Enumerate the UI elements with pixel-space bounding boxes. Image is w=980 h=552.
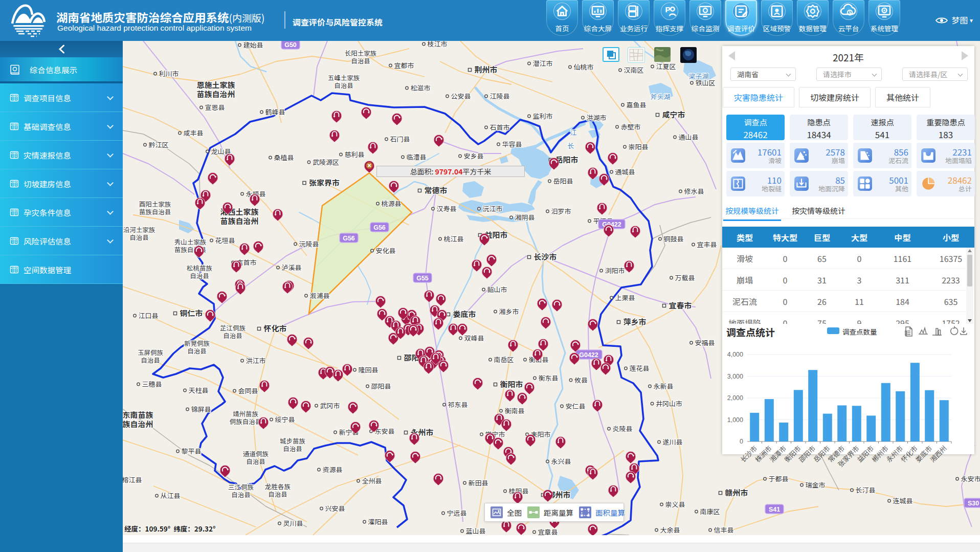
- svg-text:长汀县: 长汀县: [855, 485, 875, 495]
- svg-text:资源县: 资源县: [322, 465, 342, 474]
- svg-text:龙胜各族自治县: 龙胜各族自治县: [265, 481, 291, 499]
- svg-text:常德市: 常德市: [424, 185, 447, 195]
- svg-text:安仁县: 安仁县: [565, 401, 585, 411]
- svg-text:连城县: 连城县: [893, 496, 912, 505]
- svg-text:衡南县: 衡南县: [504, 406, 524, 415]
- svg-text:通城县: 通城县: [615, 167, 635, 176]
- svg-text:蓝山县: 蓝山县: [465, 526, 485, 536]
- svg-text:G56: G56: [373, 224, 386, 231]
- svg-text:宣恩县: 宣恩县: [205, 102, 225, 112]
- svg-text:玉屏侗族自治县: 玉屏侗族自治县: [138, 347, 164, 365]
- svg-text:洪江市: 洪江市: [246, 356, 265, 365]
- svg-text:邵阳县: 邵阳县: [371, 381, 391, 391]
- svg-text:仙桃市: 仙桃市: [573, 62, 593, 72]
- svg-text:江口县: 江口县: [138, 311, 158, 320]
- svg-text:枝江市: 枝江市: [427, 41, 447, 49]
- svg-text:通山县: 通山县: [678, 132, 698, 142]
- svg-text:嘉鱼县: 嘉鱼县: [626, 100, 646, 109]
- svg-text:绥宁县: 绥宁县: [275, 414, 295, 424]
- svg-text:长沙市: 长沙市: [533, 251, 556, 262]
- svg-text:衡东县: 衡东县: [538, 373, 558, 383]
- svg-text:韶山市: 韶山市: [487, 284, 507, 294]
- svg-text:黔江区: 黔江区: [148, 140, 168, 149]
- svg-text:攸县: 攸县: [574, 375, 588, 385]
- svg-text:咸丰县: 咸丰县: [183, 128, 203, 138]
- svg-text:恩施土家族苗族自治州: 恩施土家族苗族自治州: [196, 79, 235, 99]
- svg-text:慈利县: 慈利县: [344, 149, 364, 159]
- svg-text:斧头湖: 斧头湖: [650, 92, 670, 101]
- svg-text:利川市: 利川市: [159, 69, 179, 78]
- svg-text:芷江侗族自治县: 芷江侗族自治县: [220, 323, 246, 341]
- svg-text:松滋市: 松滋市: [410, 83, 430, 93]
- svg-text:洪湖市: 洪湖市: [586, 113, 606, 122]
- svg-text:靖州苗族侗族自治县: 靖州苗族侗族自治县: [230, 409, 262, 427]
- svg-text:0: 0: [740, 438, 743, 445]
- svg-text:武冈市: 武冈市: [320, 401, 340, 410]
- svg-text:双峰县: 双峰县: [464, 333, 484, 343]
- svg-text:新晃侗族自治县: 新晃侗族自治县: [184, 338, 210, 356]
- svg-text:鹤峰县: 鹤峰县: [265, 107, 285, 117]
- svg-text:荆州市: 荆州市: [474, 64, 497, 75]
- svg-text:江陵县: 江陵县: [489, 91, 509, 101]
- svg-text:永新县: 永新县: [653, 381, 673, 391]
- svg-text:万载县: 万载县: [675, 273, 695, 282]
- svg-text:萍乡市: 萍乡市: [623, 316, 646, 327]
- svg-text:崇阳县: 崇阳县: [628, 142, 648, 151]
- svg-text:S41: S41: [769, 506, 780, 513]
- svg-text:溆浦县: 溆浦县: [309, 291, 329, 300]
- svg-text:湘乡市: 湘乡市: [499, 306, 519, 316]
- svg-text:三穗县: 三穗县: [142, 379, 162, 389]
- svg-text:桑植县: 桑植县: [274, 152, 294, 162]
- svg-text:铁山区: 铁山区: [695, 78, 715, 87]
- svg-text:湘西州: 湘西州: [928, 443, 949, 464]
- svg-text:华容县: 华容县: [502, 139, 522, 149]
- svg-text:临澧县: 临澧县: [406, 152, 426, 162]
- svg-text:铜仁市: 铜仁市: [180, 307, 203, 318]
- svg-text:赣州市: 赣州市: [725, 487, 748, 498]
- svg-text:2,000: 2,000: [727, 394, 743, 402]
- svg-text:公安县: 公安县: [451, 91, 471, 101]
- svg-text:花垣县: 花垣县: [215, 235, 235, 245]
- svg-text:天柱县: 天柱县: [188, 385, 208, 395]
- svg-text:安乡县: 安乡县: [463, 151, 483, 161]
- svg-text:衡阳市: 衡阳市: [500, 379, 523, 389]
- svg-text:江夏区: 江夏区: [656, 61, 676, 71]
- svg-text:修水县: 修水县: [684, 186, 704, 196]
- svg-text:松桃苗族自治县: 松桃苗族自治县: [187, 263, 213, 281]
- svg-text:建始县: 建始县: [243, 41, 263, 50]
- svg-text:井冈山市: 井冈山市: [656, 399, 682, 408]
- svg-text:通道侗族自治县: 通道侗族自治县: [243, 449, 269, 467]
- svg-text:长: 长: [567, 141, 574, 150]
- svg-text:黔东南苗族侗族自治州: 黔东南苗族侗族自治州: [123, 409, 153, 429]
- svg-text:G55: G55: [416, 275, 429, 282]
- svg-text:江: 江: [570, 127, 576, 137]
- svg-text:全州县: 全州县: [362, 476, 382, 485]
- svg-text:P: P: [665, 5, 670, 14]
- svg-text:城步苗族自治县: 城步苗族自治县: [280, 436, 306, 454]
- svg-text:新田县: 新田县: [468, 478, 488, 488]
- svg-text:隆回县: 隆回县: [358, 365, 378, 374]
- svg-text:祁东县: 祁东县: [448, 400, 467, 409]
- svg-text:潜江市: 潜江市: [532, 58, 552, 68]
- svg-text:娄底市: 娄底市: [453, 308, 476, 319]
- svg-text:三江侗族自治县: 三江侗族自治县: [228, 482, 254, 500]
- svg-text:岳阳县: 岳阳县: [553, 176, 573, 186]
- svg-text:石首市: 石首市: [489, 122, 509, 132]
- svg-text:南康区: 南康区: [700, 506, 720, 516]
- svg-text:监利市: 监利市: [532, 111, 552, 121]
- svg-text:信丰县: 信丰县: [714, 525, 733, 535]
- svg-text:武陵源区: 武陵源区: [313, 157, 339, 167]
- svg-text:上栗县: 上栗县: [615, 293, 635, 302]
- svg-text:赤壁市: 赤壁市: [620, 122, 640, 131]
- svg-text:S30: S30: [968, 500, 979, 507]
- svg-text:灌阳县: 灌阳县: [368, 517, 388, 526]
- svg-text:湘阴县: 湘阴县: [515, 212, 534, 222]
- svg-text:宜丰县: 宜丰县: [697, 239, 717, 249]
- svg-text:会同县: 会同县: [238, 386, 258, 395]
- svg-text:浏阳市: 浏阳市: [605, 266, 625, 275]
- svg-text:泸溪县: 泸溪县: [281, 262, 301, 272]
- svg-text:灵川县: 灵川县: [283, 518, 303, 528]
- svg-text:桃源县: 桃源县: [381, 198, 401, 208]
- svg-text:莲花县: 莲花县: [629, 363, 649, 373]
- svg-text:4,000: 4,000: [727, 351, 743, 358]
